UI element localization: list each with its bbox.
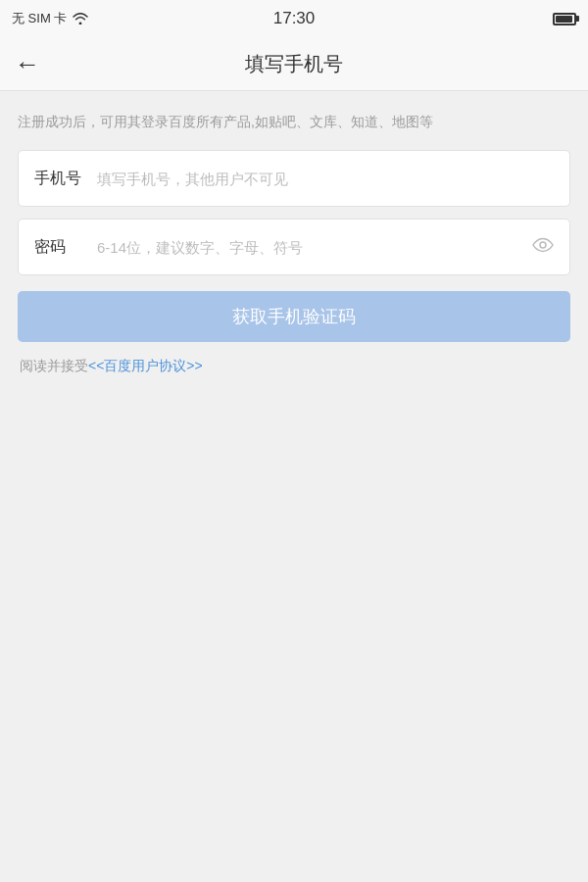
nav-bar: ← 填写手机号 (0, 37, 588, 91)
description-text: 注册成功后，可用其登录百度所有产品,如贴吧、文库、知道、地图等 (18, 111, 570, 132)
get-code-button[interactable]: 获取手机验证码 (18, 291, 570, 342)
phone-input-card: 手机号 (18, 150, 570, 207)
phone-input[interactable] (97, 171, 554, 187)
main-content: 注册成功后，可用其登录百度所有产品,如贴吧、文库、知道、地图等 手机号 密码 获… (0, 91, 588, 393)
eye-icon[interactable] (532, 237, 554, 258)
sim-label: 无 SIM 卡 (12, 10, 67, 27)
status-left: 无 SIM 卡 (12, 10, 88, 27)
password-input-row: 密码 (19, 220, 569, 274)
phone-label: 手机号 (34, 169, 85, 189)
password-input-card: 密码 (18, 219, 570, 275)
wifi-icon (73, 13, 88, 24)
status-right (553, 13, 576, 25)
battery-icon (553, 13, 576, 25)
phone-input-row: 手机号 (19, 151, 569, 206)
agreement-section: 阅读并接受<<百度用户协议>> (18, 358, 570, 375)
back-button[interactable]: ← (15, 51, 40, 76)
password-label: 密码 (34, 237, 85, 258)
password-input[interactable] (97, 239, 524, 256)
status-bar: 无 SIM 卡 17:30 (0, 0, 588, 37)
status-time: 17:30 (273, 9, 316, 28)
agreement-prefix: 阅读并接受 (20, 358, 88, 373)
page-title: 填写手机号 (245, 51, 343, 77)
svg-point-0 (540, 242, 546, 248)
agreement-link[interactable]: <<百度用户协议>> (88, 358, 203, 373)
